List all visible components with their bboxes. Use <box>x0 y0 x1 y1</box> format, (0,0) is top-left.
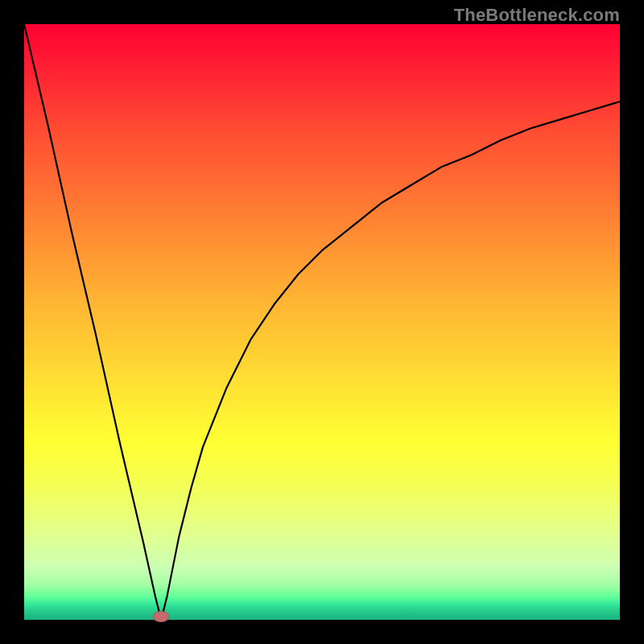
watermark-text: TheBottleneck.com <box>454 5 620 26</box>
chart-frame: TheBottleneck.com <box>0 0 644 644</box>
bottleneck-curve <box>24 24 620 620</box>
plot-area <box>24 24 620 620</box>
minimum-marker <box>153 611 169 622</box>
